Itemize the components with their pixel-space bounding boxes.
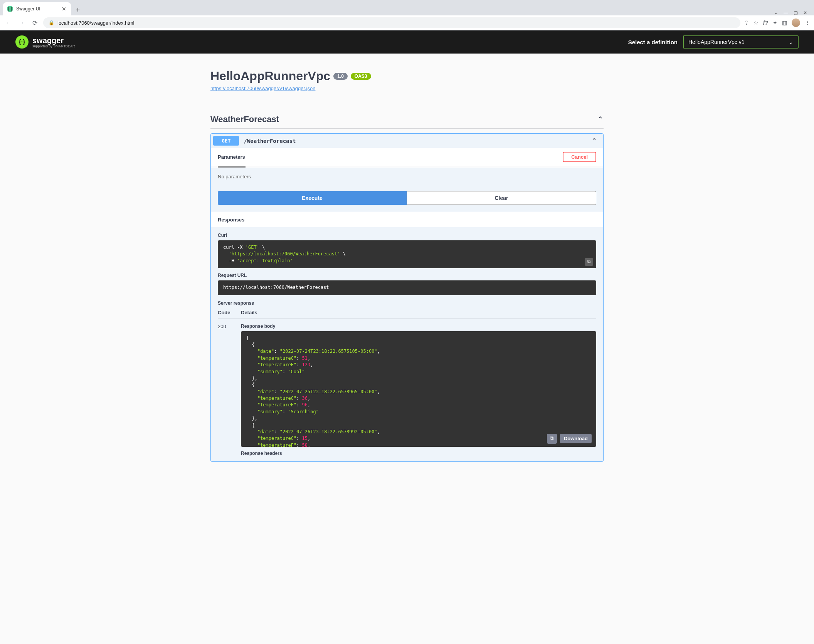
- operation-path: /WeatherForecast: [244, 138, 296, 144]
- definition-value: HelloAppRunnerVpc v1: [688, 39, 745, 45]
- minimize-icon[interactable]: —: [784, 10, 788, 15]
- api-title: HelloAppRunnerVpc: [210, 69, 330, 83]
- parameters-title: Parameters: [218, 154, 245, 160]
- clear-button[interactable]: Clear: [407, 191, 596, 205]
- curl-block: curl -X 'GET' \ 'https://localhost:7060/…: [218, 240, 596, 268]
- cancel-button[interactable]: Cancel: [563, 152, 596, 162]
- copy-icon[interactable]: ⧉: [547, 434, 557, 444]
- execute-button[interactable]: Execute: [218, 191, 407, 205]
- chevron-down-icon: ⌄: [789, 39, 793, 45]
- extensions-icon[interactable]: ✦: [773, 20, 777, 26]
- oas-badge: OAS3: [351, 73, 371, 80]
- request-url-block: https://localhost:7060/WeatherForecast: [218, 280, 596, 295]
- close-tab-icon[interactable]: ✕: [61, 6, 67, 12]
- status-code: 200: [218, 324, 241, 456]
- chevron-up-icon: ⌃: [591, 137, 597, 145]
- server-response-label: Server response: [218, 300, 596, 306]
- download-button[interactable]: Download: [560, 434, 592, 443]
- new-tab-button[interactable]: +: [72, 5, 83, 15]
- copy-icon[interactable]: ⧉: [585, 258, 593, 266]
- response-headers-label: Response headers: [241, 451, 596, 456]
- tab-title: Swagger UI: [16, 6, 58, 12]
- swagger-logo-icon: {·}: [15, 35, 29, 49]
- version-badge: 1.0: [333, 73, 348, 80]
- tag-name: WeatherForecast: [210, 114, 279, 124]
- no-parameters-text: No parameters: [211, 168, 603, 186]
- reload-icon[interactable]: ⟳: [30, 18, 39, 27]
- lock-icon: 🔒: [49, 20, 54, 25]
- avatar[interactable]: [792, 18, 800, 27]
- browser-tab[interactable]: { } Swagger UI ✕: [3, 2, 71, 15]
- select-definition-label: Select a definition: [628, 39, 678, 45]
- bookmark-icon[interactable]: ☆: [753, 20, 758, 26]
- details-column: Details: [241, 310, 596, 315]
- close-window-icon[interactable]: ✕: [803, 10, 807, 15]
- responses-title: Responses: [211, 212, 603, 227]
- definition-select[interactable]: HelloAppRunnerVpc v1 ⌄: [683, 35, 799, 49]
- swagger-json-link[interactable]: https://localhost:7060/swagger/v1/swagge…: [210, 86, 604, 91]
- share-icon[interactable]: ⇪: [744, 20, 749, 26]
- code-column: Code: [218, 310, 241, 315]
- back-icon[interactable]: ←: [4, 18, 13, 27]
- forward-icon[interactable]: →: [17, 18, 26, 27]
- sidepanel-icon[interactable]: ▥: [782, 20, 787, 26]
- menu-icon[interactable]: ⋮: [805, 20, 810, 26]
- swagger-favicon: { }: [7, 6, 13, 12]
- request-url-label: Request URL: [218, 273, 596, 278]
- tag-header[interactable]: WeatherForecast ⌃: [210, 111, 604, 129]
- curl-label: Curl: [218, 233, 596, 238]
- maximize-icon[interactable]: ▢: [794, 10, 798, 15]
- address-bar[interactable]: 🔒 localhost:7060/swagger/index.html: [43, 17, 740, 28]
- response-body-label: Response body: [241, 324, 596, 329]
- font-icon[interactable]: f?: [763, 20, 768, 26]
- response-body-block: [ { "date": "2022-07-24T23:18:22.6575105…: [241, 331, 596, 447]
- operation-summary[interactable]: GET /WeatherForecast ⌃: [211, 134, 603, 148]
- dropdown-icon[interactable]: ⌄: [774, 10, 778, 15]
- method-badge: GET: [213, 136, 239, 146]
- chevron-up-icon: ⌃: [597, 115, 604, 124]
- url-text: localhost:7060/swagger/index.html: [57, 20, 134, 26]
- brand-text: swagger: [32, 36, 64, 45]
- brand-subtext: supported by SMARTBEAR: [32, 44, 75, 48]
